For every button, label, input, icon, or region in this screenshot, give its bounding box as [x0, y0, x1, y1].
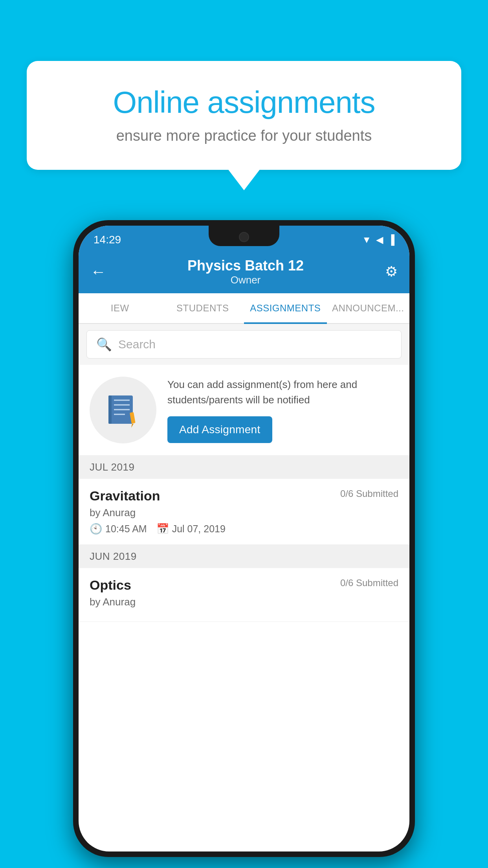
phone-camera: [239, 232, 249, 242]
status-time: 14:29: [94, 234, 121, 246]
battery-icon: ▐: [388, 234, 394, 245]
assignment-date: Jul 07, 2019: [172, 523, 226, 535]
assignment-meta-gravitation: 🕙 10:45 AM 📅 Jul 07, 2019: [90, 523, 398, 535]
search-bar-wrapper: 🔍 Search: [79, 324, 409, 365]
bubble-title: Online assignments: [54, 85, 434, 120]
promo-card: Online assignments ensure more practice …: [27, 61, 461, 170]
phone-screen: 14:29 ▼ ◀ ▐ ← Physics Batch 12 Owner ⚙: [79, 226, 409, 851]
tab-iew[interactable]: IEW: [79, 293, 161, 323]
svg-marker-7: [131, 424, 134, 428]
meta-date: 📅 Jul 07, 2019: [156, 523, 226, 535]
add-assignment-button[interactable]: Add Assignment: [167, 416, 272, 443]
bubble-subtitle: ensure more practice for your students: [54, 127, 434, 144]
assignment-item-gravitation[interactable]: Gravitation 0/6 Submitted by Anurag 🕙 10…: [79, 479, 409, 545]
assignment-by-gravitation: by Anurag: [90, 507, 398, 519]
calendar-icon: 📅: [156, 523, 169, 535]
signal-icon: ◀: [376, 234, 383, 245]
assignment-time: 10:45 AM: [105, 523, 147, 535]
header-subtitle: Owner: [187, 274, 304, 286]
phone-notch: [209, 226, 279, 246]
assignment-row-top: Gravitation 0/6 Submitted: [90, 488, 398, 504]
clock-icon: 🕙: [90, 523, 102, 535]
notebook-icon: [105, 392, 141, 428]
search-icon: 🔍: [96, 337, 112, 352]
assignment-item-optics[interactable]: Optics 0/6 Submitted by Anurag: [79, 568, 409, 622]
speech-bubble: Online assignments ensure more practice …: [27, 61, 461, 170]
tab-assignments[interactable]: ASSIGNMENTS: [244, 293, 327, 323]
assignment-name-optics: Optics: [90, 577, 131, 593]
promo-content: You can add assignment(s) from here and …: [167, 377, 398, 443]
assignment-submitted-optics: 0/6 Submitted: [340, 577, 398, 588]
settings-button[interactable]: ⚙: [385, 263, 398, 280]
search-bar[interactable]: 🔍 Search: [86, 330, 402, 359]
tabs-bar: IEW STUDENTS ASSIGNMENTS ANNOUNCEM...: [79, 293, 409, 324]
phone-frame: 14:29 ▼ ◀ ▐ ← Physics Batch 12 Owner ⚙: [73, 220, 415, 857]
promo-section: You can add assignment(s) from here and …: [79, 365, 409, 456]
search-input[interactable]: Search: [118, 338, 156, 351]
status-icons: ▼ ◀ ▐: [362, 234, 394, 245]
assignment-row-top-optics: Optics 0/6 Submitted: [90, 577, 398, 593]
back-button[interactable]: ←: [90, 263, 106, 281]
month-header-jun: JUN 2019: [79, 545, 409, 568]
wifi-icon: ▼: [362, 234, 371, 245]
promo-icon-circle: [90, 377, 156, 443]
promo-text: You can add assignment(s) from here and …: [167, 377, 398, 408]
assignment-name-gravitation: Gravitation: [90, 488, 160, 504]
header-center: Physics Batch 12 Owner: [187, 257, 304, 286]
assignment-by-optics: by Anurag: [90, 596, 398, 608]
tab-students[interactable]: STUDENTS: [161, 293, 244, 323]
month-header-jul: JUL 2019: [79, 456, 409, 479]
svg-rect-1: [108, 395, 112, 424]
app-header: ← Physics Batch 12 Owner ⚙: [79, 250, 409, 293]
meta-time: 🕙 10:45 AM: [90, 523, 147, 535]
phone-wrapper: 14:29 ▼ ◀ ▐ ← Physics Batch 12 Owner ⚙: [73, 220, 415, 857]
header-title: Physics Batch 12: [187, 257, 304, 274]
assignment-submitted-gravitation: 0/6 Submitted: [340, 488, 398, 499]
tab-announcements[interactable]: ANNOUNCEM...: [327, 293, 410, 323]
